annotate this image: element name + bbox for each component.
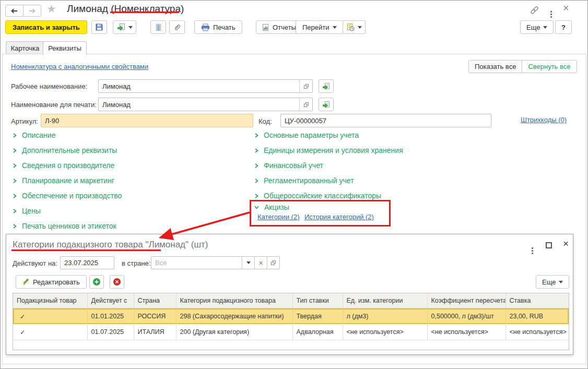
structure-button[interactable] xyxy=(150,20,166,34)
excise-categories-dialog: Категории подакцизного товара "Лимонад" … xyxy=(6,234,573,355)
cell-unit[interactable]: л (дм3) xyxy=(343,308,427,325)
tab-card[interactable]: Карточка xyxy=(6,41,44,54)
barcodes-link[interactable]: Штрихкоды (0) xyxy=(521,116,567,124)
more-button[interactable]: Еще xyxy=(520,20,554,34)
add-icon xyxy=(92,278,101,286)
article-input[interactable] xyxy=(41,114,253,127)
code-label: Код: xyxy=(258,117,272,125)
section-description[interactable]: Описание xyxy=(12,131,55,139)
section-regulated-accounting[interactable]: Регламентированный учет xyxy=(254,176,354,185)
cell-coefficient[interactable]: <не используется> xyxy=(427,324,505,340)
country-open-button[interactable] xyxy=(267,257,279,269)
cell-unit[interactable]: <не используется> xyxy=(343,324,427,340)
goto-button[interactable]: Перейти xyxy=(296,20,344,34)
col-header-country[interactable]: Страна xyxy=(134,293,176,308)
section-supply-production[interactable]: Обеспечение и производство xyxy=(12,192,122,200)
section-price-tags-labels[interactable]: Печать ценников и этикеток xyxy=(12,222,116,230)
col-header-category[interactable]: Категория подакцизного товара xyxy=(176,293,292,308)
cell-rate[interactable]: <не используется> xyxy=(505,324,569,340)
open-button[interactable] xyxy=(299,98,312,111)
window-menu-dots-icon[interactable] xyxy=(550,5,552,15)
col-header-rate-type[interactable]: Тип ставки xyxy=(292,293,343,308)
section-additional-attributes[interactable]: Дополнительные реквизиты xyxy=(12,146,117,154)
dialog-menu-dots-icon[interactable] xyxy=(532,242,533,251)
chevron-right-icon xyxy=(12,223,17,229)
save-button[interactable] xyxy=(91,20,107,34)
section-financial-accounting[interactable]: Финансовый учет xyxy=(254,161,323,170)
similar-nomenclature-link[interactable]: Номенклатура с аналогичными свойствами xyxy=(11,63,148,70)
article-label: Артикул: xyxy=(11,117,38,125)
section-planning-marketing[interactable]: Планирование и маркетинг xyxy=(12,176,114,185)
cell-country[interactable]: ИТАЛИЯ xyxy=(134,324,176,340)
favorite-star-icon[interactable]: ★ xyxy=(46,3,56,15)
print-button[interactable]: Печать xyxy=(194,20,242,34)
dialog-close-icon[interactable]: × xyxy=(563,238,569,249)
attachments-button[interactable] xyxy=(169,20,185,34)
section-excise[interactable]: Акцизы xyxy=(254,203,289,211)
table-row[interactable]: ✓ 01.07.2025 ИТАЛИЯ 200 (Другая категори… xyxy=(13,324,569,340)
show-all-button[interactable]: Показать все xyxy=(469,61,522,73)
section-label: Сведения о производителе xyxy=(22,161,114,170)
cell-coefficient[interactable]: 0,500000, л (дм3)/шт xyxy=(427,308,505,325)
col-header-excisable[interactable]: Подакцизный товар xyxy=(13,293,87,308)
col-header-valid-from[interactable]: Действует с xyxy=(87,293,134,308)
chevron-right-icon xyxy=(254,133,259,138)
help-button[interactable]: ? xyxy=(555,20,572,34)
change-history-button[interactable] xyxy=(343,20,366,34)
section-units-storage[interactable]: Единицы измерения и условия хранения xyxy=(254,146,403,154)
list-icon xyxy=(155,23,162,31)
excise-categories-link[interactable]: Категории (2) xyxy=(257,213,300,221)
country-label: в стране: xyxy=(122,259,150,267)
section-manufacturer-info[interactable]: Сведения о производителе xyxy=(12,161,114,170)
valid-on-date-input[interactable] xyxy=(61,257,114,269)
cell-valid-from[interactable]: 01.07.2025 xyxy=(87,324,134,340)
edit-button[interactable]: Редактировать xyxy=(16,275,87,289)
copy-print-name-button[interactable] xyxy=(319,98,334,111)
country-input[interactable] xyxy=(151,257,242,269)
cell-rate-type[interactable]: Адвалорная xyxy=(292,324,343,340)
col-header-unit[interactable]: Ед. изм. категории xyxy=(343,293,427,308)
valid-on-field-wrap xyxy=(60,256,114,269)
open-icon xyxy=(303,102,309,108)
forward-button[interactable] xyxy=(23,5,41,17)
table-row[interactable]: ✓ 01.01.2025 РОССИЯ 298 (Сахаросодержащи… xyxy=(13,308,569,325)
print-name-input[interactable] xyxy=(99,98,299,111)
maximize-icon[interactable] xyxy=(546,242,552,248)
section-label: Акцизы xyxy=(264,203,289,211)
cell-excisable-check[interactable]: ✓ xyxy=(13,308,87,325)
cell-category[interactable]: 200 (Другая категория) xyxy=(176,324,292,340)
delete-button[interactable] xyxy=(110,275,124,289)
section-all-russian-classifiers[interactable]: Общероссийские классификаторы xyxy=(254,192,381,200)
working-name-input[interactable] xyxy=(99,80,299,92)
section-main-accounting[interactable]: Основные параметры учета xyxy=(254,131,359,139)
col-header-coefficient[interactable]: Коэффициент пересчета xyxy=(427,293,505,308)
cell-excisable-check[interactable]: ✓ xyxy=(13,324,87,340)
add-button[interactable] xyxy=(89,275,104,289)
cell-country[interactable]: РОССИЯ xyxy=(134,308,176,325)
copy-working-name-button[interactable] xyxy=(319,79,334,93)
cell-rate[interactable]: 23,00, RUB xyxy=(505,308,569,325)
dialog-title: Категории подакцизного товара "Лимонад" … xyxy=(13,240,208,250)
cell-rate-type[interactable]: Твердая xyxy=(292,308,343,325)
save-and-close-button[interactable]: Записать и закрыть xyxy=(5,20,87,34)
dropdown-caret-icon xyxy=(246,261,251,264)
section-prices[interactable]: Цены xyxy=(12,207,41,215)
close-icon[interactable]: × xyxy=(563,2,569,14)
dropdown-caret-icon xyxy=(358,26,362,29)
dialog-more-button[interactable]: Еще xyxy=(536,275,569,289)
more-label: Еще xyxy=(542,278,556,286)
col-header-rate[interactable]: Ставка xyxy=(505,293,569,308)
country-dropdown-button[interactable] xyxy=(242,257,254,269)
collapse-all-button[interactable]: Свернуть все xyxy=(522,61,576,73)
get-link-icon[interactable] xyxy=(530,5,539,17)
open-button[interactable] xyxy=(299,80,312,92)
section-label: Печать ценников и этикеток xyxy=(22,222,116,230)
code-input[interactable] xyxy=(281,114,491,127)
country-clear-button[interactable]: × xyxy=(254,257,267,269)
back-button[interactable] xyxy=(5,5,23,17)
excise-categories-history-link[interactable]: История категорий (2) xyxy=(304,213,374,221)
save-create-based-button[interactable] xyxy=(113,20,136,34)
cell-valid-from[interactable]: 01.01.2025 xyxy=(87,308,134,325)
cell-category[interactable]: 298 (Сахаросодержащие напитки) xyxy=(176,308,292,325)
tab-details[interactable]: Реквизиты xyxy=(43,41,87,55)
